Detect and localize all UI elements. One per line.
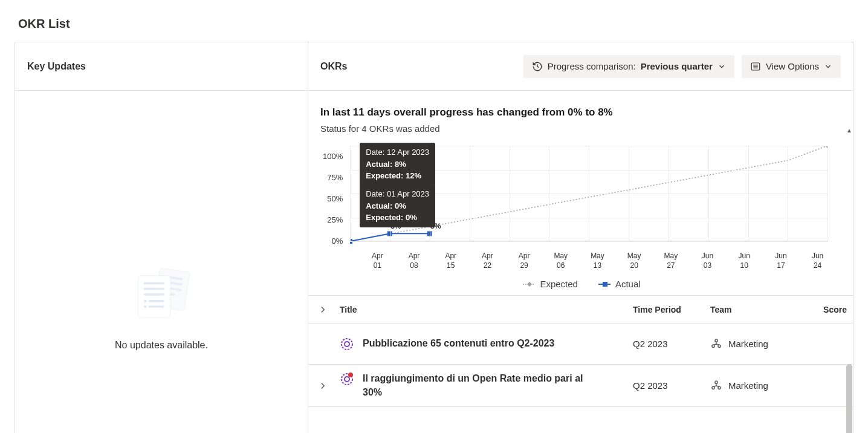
okr-team: Marketing — [710, 380, 819, 392]
chevron-down-icon — [824, 62, 832, 71]
svg-point-33 — [715, 381, 717, 383]
x-axis-tick: Apr08 — [396, 252, 433, 270]
svg-point-32 — [348, 373, 353, 377]
status-summary: Status for 4 OKRs was added — [320, 123, 841, 134]
y-axis-tick: 0% — [331, 230, 343, 252]
no-updates-text: No updates available. — [115, 340, 208, 351]
svg-point-27 — [715, 339, 717, 342]
x-axis-tick: Apr29 — [506, 252, 543, 270]
progress-chart: 100%75%50%25%0% Date: 12 Apr 2023 Actual… — [308, 137, 853, 295]
x-axis-tick: Jun24 — [799, 252, 836, 270]
svg-rect-12 — [149, 305, 164, 308]
table-header: Title Time Period Team Score — [308, 296, 853, 324]
x-axis-tick: Apr22 — [469, 252, 506, 270]
chart-legend: Expected Actual — [323, 270, 841, 295]
svg-point-31 — [345, 377, 349, 382]
y-axis-tick: 50% — [327, 188, 343, 209]
objective-icon — [340, 337, 354, 351]
svg-point-25 — [342, 339, 352, 350]
svg-point-9 — [144, 300, 147, 303]
chart-tooltip: Date: 01 Apr 2023 Actual: 0% Expected: 0… — [360, 184, 435, 227]
okr-period: Q2 2023 — [633, 380, 710, 391]
scrollbar[interactable]: ▲ — [846, 127, 853, 433]
progress-summary: In last 11 days overall progress has cha… — [320, 106, 841, 119]
team-icon — [710, 338, 722, 350]
svg-point-26 — [345, 342, 349, 347]
x-axis-tick: Apr15 — [432, 252, 469, 270]
expand-all-chevron[interactable] — [317, 304, 328, 315]
okr-title: Pubblicazione 65 contenuti entro Q2-2023 — [363, 337, 554, 350]
x-axis-tick: Apr01 — [359, 252, 396, 270]
svg-point-34 — [712, 386, 714, 389]
key-updates-header: Key Updates — [27, 61, 86, 72]
svg-point-29 — [718, 345, 721, 347]
x-axis-tick: May06 — [542, 252, 579, 270]
table-row[interactable]: Pubblicazione 65 contenuti entro Q2-2023… — [308, 324, 853, 365]
list-icon — [750, 61, 761, 72]
okrs-header: OKRs — [320, 61, 347, 72]
team-icon — [710, 380, 722, 392]
okr-team: Marketing — [710, 338, 819, 350]
page-title: OKR List — [0, 0, 868, 42]
svg-point-28 — [712, 345, 714, 347]
x-axis-tick: Jun17 — [763, 252, 800, 270]
x-axis-tick: May20 — [616, 252, 653, 270]
x-axis-tick: May27 — [653, 252, 690, 270]
chart-tooltip: Date: 12 Apr 2023 Actual: 8% Expected: 1… — [360, 143, 435, 186]
objective-icon — [340, 372, 354, 386]
y-axis-tick: 25% — [327, 209, 343, 230]
documents-icon — [128, 260, 195, 327]
expand-row-chevron[interactable] — [317, 380, 328, 391]
view-options-dropdown[interactable]: View Options — [742, 55, 841, 78]
svg-point-35 — [718, 386, 721, 389]
y-axis-tick: 75% — [327, 167, 343, 188]
okr-title: Il raggiungimento di un Open Rate medio … — [363, 372, 592, 399]
chevron-down-icon — [717, 62, 726, 71]
svg-point-11 — [144, 305, 147, 308]
svg-rect-10 — [149, 300, 164, 302]
svg-rect-5 — [138, 276, 170, 318]
x-axis-tick: Jun03 — [689, 252, 726, 270]
history-icon — [532, 61, 543, 72]
svg-rect-7 — [144, 288, 165, 290]
svg-rect-8 — [144, 293, 165, 296]
svg-rect-24 — [603, 282, 607, 287]
y-axis-tick: 100% — [323, 146, 343, 167]
progress-comparison-dropdown[interactable]: Progress comparison: Previous quarter — [523, 55, 734, 78]
table-row[interactable]: Il raggiungimento di un Open Rate medio … — [308, 365, 853, 407]
x-axis-tick: May13 — [579, 252, 616, 270]
okrs-panel: OKRs Progress comparison: Previous quart… — [308, 42, 853, 433]
okr-period: Q2 2023 — [633, 339, 710, 349]
x-axis-tick: Jun10 — [726, 252, 763, 270]
okr-table: Title Time Period Team Score Pubblicazio… — [308, 295, 853, 407]
key-updates-panel: Key Updates — [15, 42, 308, 433]
svg-rect-6 — [144, 282, 165, 285]
